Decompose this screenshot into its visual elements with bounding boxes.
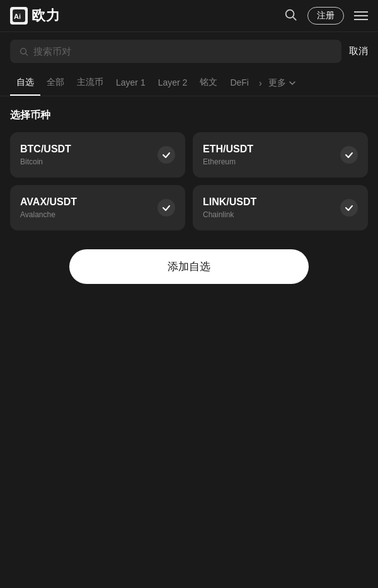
- content: 选择币种 BTC/USDT Bitcoin ETH/USDT Ethereum: [0, 96, 378, 297]
- currency-name-btc: Bitcoin: [20, 157, 71, 166]
- tab-layer1[interactable]: Layer 1: [110, 71, 152, 95]
- currency-card-eth[interactable]: ETH/USDT Ethereum: [193, 132, 368, 178]
- header-actions: 注册: [284, 7, 368, 25]
- header: Ai 欧力 注册: [0, 0, 378, 32]
- currency-pair-btc: BTC/USDT: [20, 144, 71, 155]
- currency-card-link[interactable]: LINK/USDT Chainlink: [193, 185, 368, 230]
- tab-layer2[interactable]: Layer 2: [152, 71, 194, 95]
- search-input-wrapper[interactable]: [10, 40, 341, 63]
- logo: Ai 欧力: [10, 6, 60, 25]
- currency-pair-avax: AVAX/USDT: [20, 196, 77, 208]
- logo-icon: Ai: [10, 7, 28, 25]
- check-icon-btc: [158, 146, 175, 164]
- search-icon[interactable]: [284, 8, 297, 25]
- chevron-down-icon: [289, 79, 296, 87]
- register-button[interactable]: 注册: [307, 7, 344, 25]
- currency-pair-link: LINK/USDT: [203, 196, 256, 208]
- tab-mainstream[interactable]: 主流币: [71, 71, 110, 96]
- currency-info-avax: AVAX/USDT Avalanche: [20, 196, 77, 219]
- cancel-button[interactable]: 取消: [349, 45, 368, 57]
- check-icon-avax: [158, 199, 175, 217]
- logo-text: 欧力: [32, 6, 60, 25]
- currency-name-eth: Ethereum: [203, 157, 253, 166]
- currency-info-eth: ETH/USDT Ethereum: [203, 144, 253, 166]
- menu-icon[interactable]: [354, 11, 368, 20]
- svg-line-5: [25, 53, 27, 55]
- section-title: 选择币种: [10, 109, 368, 122]
- tab-inscription[interactable]: 铭文: [193, 71, 224, 96]
- currency-info-link: LINK/USDT Chainlink: [203, 196, 256, 219]
- check-icon-eth: [340, 146, 358, 164]
- tab-more-arrow[interactable]: ›: [255, 72, 266, 94]
- currency-pair-eth: ETH/USDT: [203, 144, 253, 155]
- currency-info-btc: BTC/USDT Bitcoin: [20, 144, 71, 166]
- tab-bar: 自选 全部 主流币 Layer 1 Layer 2 铭文 DeFi › 更多: [0, 71, 378, 96]
- svg-point-4: [21, 48, 26, 54]
- currency-card-avax[interactable]: AVAX/USDT Avalanche: [10, 185, 185, 230]
- tab-all[interactable]: 全部: [40, 71, 71, 96]
- add-button-wrapper: 添加自选: [10, 249, 368, 284]
- search-bar: 取消: [0, 32, 378, 71]
- svg-text:Ai: Ai: [14, 13, 21, 20]
- add-favorites-button[interactable]: 添加自选: [69, 249, 309, 284]
- check-icon-link: [340, 199, 358, 217]
- currency-card-btc[interactable]: BTC/USDT Bitcoin: [10, 132, 185, 178]
- tab-favorites[interactable]: 自选: [10, 71, 40, 96]
- svg-point-2: [286, 9, 294, 18]
- search-input-icon: [19, 47, 28, 57]
- currency-name-avax: Avalanche: [20, 210, 77, 219]
- more-button[interactable]: 更多: [266, 71, 299, 95]
- svg-line-3: [293, 17, 296, 20]
- currency-grid: BTC/USDT Bitcoin ETH/USDT Ethereum: [10, 132, 368, 230]
- currency-name-link: Chainlink: [203, 210, 256, 219]
- search-input[interactable]: [33, 46, 333, 57]
- tab-defi[interactable]: DeFi: [224, 71, 255, 95]
